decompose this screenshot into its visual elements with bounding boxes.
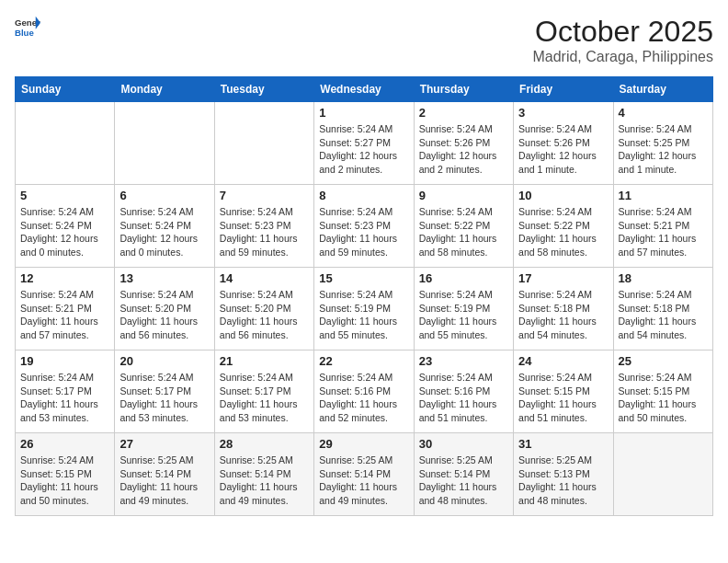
day-info: Sunrise: 5:24 AMSunset: 5:17 PMDaylight:…: [119, 371, 209, 425]
days-header-row: SundayMondayTuesdayWednesdayThursdayFrid…: [16, 77, 713, 102]
day-number: 6: [119, 189, 209, 202]
calendar-day-cell: 21Sunrise: 5:24 AMSunset: 5:17 PMDayligh…: [214, 350, 313, 433]
day-number: 23: [419, 354, 508, 368]
day-info: Sunrise: 5:24 AMSunset: 5:19 PMDaylight:…: [419, 288, 508, 342]
day-info: Sunrise: 5:24 AMSunset: 5:27 PMDaylight:…: [319, 122, 408, 177]
calendar-day-cell: 20Sunrise: 5:24 AMSunset: 5:17 PMDayligh…: [115, 350, 214, 433]
day-info: Sunrise: 5:24 AMSunset: 5:15 PMDaylight:…: [20, 454, 109, 508]
day-number: 5: [20, 189, 109, 202]
day-number: 11: [619, 189, 708, 202]
calendar-day-cell: [613, 433, 712, 516]
day-number: 2: [419, 106, 508, 120]
calendar-day-cell: 25Sunrise: 5:24 AMSunset: 5:15 PMDayligh…: [613, 350, 712, 433]
calendar-table: SundayMondayTuesdayWednesdayThursdayFrid…: [15, 76, 713, 516]
day-info: Sunrise: 5:24 AMSunset: 5:20 PMDaylight:…: [220, 288, 309, 342]
calendar-day-cell: 11Sunrise: 5:24 AMSunset: 5:21 PMDayligh…: [613, 185, 712, 268]
calendar-day-cell: 7Sunrise: 5:24 AMSunset: 5:23 PMDaylight…: [214, 185, 313, 268]
calendar-day-cell: 13Sunrise: 5:24 AMSunset: 5:20 PMDayligh…: [115, 268, 214, 350]
calendar-week-row: 1Sunrise: 5:24 AMSunset: 5:27 PMDaylight…: [16, 102, 713, 185]
svg-text:Blue: Blue: [15, 28, 34, 38]
calendar-day-cell: 19Sunrise: 5:24 AMSunset: 5:17 PMDayligh…: [16, 350, 115, 433]
day-number: 29: [319, 437, 408, 451]
day-number: 28: [220, 437, 309, 451]
calendar-day-cell: 16Sunrise: 5:24 AMSunset: 5:19 PMDayligh…: [414, 268, 513, 350]
day-of-week-header: Saturday: [613, 77, 712, 102]
month-title: October 2025: [532, 15, 713, 49]
calendar-day-cell: 3Sunrise: 5:24 AMSunset: 5:26 PMDaylight…: [514, 102, 613, 185]
logo: General Blue: [15, 15, 40, 40]
day-number: 30: [419, 437, 508, 451]
day-of-week-header: Thursday: [414, 77, 513, 102]
calendar-day-cell: [214, 102, 313, 185]
day-info: Sunrise: 5:25 AMSunset: 5:14 PMDaylight:…: [319, 454, 408, 508]
day-number: 13: [119, 271, 209, 285]
day-number: 31: [518, 437, 608, 451]
day-info: Sunrise: 5:25 AMSunset: 5:14 PMDaylight:…: [419, 454, 508, 508]
day-number: 19: [20, 354, 109, 368]
day-info: Sunrise: 5:24 AMSunset: 5:17 PMDaylight:…: [220, 371, 309, 425]
logo-icon: General Blue: [15, 15, 40, 40]
day-info: Sunrise: 5:24 AMSunset: 5:18 PMDaylight:…: [518, 288, 608, 342]
day-info: Sunrise: 5:24 AMSunset: 5:26 PMDaylight:…: [419, 122, 508, 177]
day-info: Sunrise: 5:25 AMSunset: 5:14 PMDaylight:…: [119, 454, 209, 508]
calendar-day-cell: 2Sunrise: 5:24 AMSunset: 5:26 PMDaylight…: [414, 102, 513, 185]
calendar-day-cell: 12Sunrise: 5:24 AMSunset: 5:21 PMDayligh…: [16, 268, 115, 350]
calendar-day-cell: 14Sunrise: 5:24 AMSunset: 5:20 PMDayligh…: [214, 268, 313, 350]
day-number: 15: [319, 271, 408, 285]
day-number: 14: [220, 271, 309, 285]
calendar-day-cell: 1Sunrise: 5:24 AMSunset: 5:27 PMDaylight…: [314, 102, 414, 185]
calendar-day-cell: 24Sunrise: 5:24 AMSunset: 5:15 PMDayligh…: [514, 350, 613, 433]
calendar-week-row: 5Sunrise: 5:24 AMSunset: 5:24 PMDaylight…: [16, 185, 713, 268]
calendar-day-cell: 4Sunrise: 5:24 AMSunset: 5:25 PMDaylight…: [613, 102, 712, 185]
day-number: 20: [119, 354, 209, 368]
calendar-week-row: 12Sunrise: 5:24 AMSunset: 5:21 PMDayligh…: [16, 268, 713, 350]
day-info: Sunrise: 5:24 AMSunset: 5:16 PMDaylight:…: [319, 371, 408, 425]
day-number: 1: [319, 106, 408, 120]
day-of-week-header: Monday: [115, 77, 214, 102]
day-info: Sunrise: 5:24 AMSunset: 5:24 PMDaylight:…: [20, 205, 109, 259]
day-number: 7: [220, 189, 309, 202]
day-info: Sunrise: 5:24 AMSunset: 5:15 PMDaylight:…: [619, 371, 708, 425]
day-info: Sunrise: 5:24 AMSunset: 5:22 PMDaylight:…: [419, 205, 508, 259]
day-info: Sunrise: 5:24 AMSunset: 5:25 PMDaylight:…: [619, 122, 708, 177]
day-info: Sunrise: 5:24 AMSunset: 5:22 PMDaylight:…: [518, 205, 608, 259]
calendar-day-cell: 23Sunrise: 5:24 AMSunset: 5:16 PMDayligh…: [414, 350, 513, 433]
calendar-body: 1Sunrise: 5:24 AMSunset: 5:27 PMDaylight…: [16, 102, 713, 516]
calendar-day-cell: 30Sunrise: 5:25 AMSunset: 5:14 PMDayligh…: [414, 433, 513, 516]
day-info: Sunrise: 5:24 AMSunset: 5:17 PMDaylight:…: [20, 371, 109, 425]
day-info: Sunrise: 5:25 AMSunset: 5:14 PMDaylight:…: [220, 454, 309, 508]
day-info: Sunrise: 5:24 AMSunset: 5:16 PMDaylight:…: [419, 371, 508, 425]
calendar-day-cell: 28Sunrise: 5:25 AMSunset: 5:14 PMDayligh…: [214, 433, 313, 516]
day-info: Sunrise: 5:24 AMSunset: 5:20 PMDaylight:…: [119, 288, 209, 342]
location-title: Madrid, Caraga, Philippines: [532, 49, 713, 65]
day-number: 3: [518, 106, 608, 120]
day-number: 17: [518, 271, 608, 285]
day-info: Sunrise: 5:24 AMSunset: 5:19 PMDaylight:…: [319, 288, 408, 342]
calendar-day-cell: 5Sunrise: 5:24 AMSunset: 5:24 PMDaylight…: [16, 185, 115, 268]
day-of-week-header: Wednesday: [314, 77, 414, 102]
day-number: 21: [220, 354, 309, 368]
day-number: 24: [518, 354, 608, 368]
day-of-week-header: Friday: [514, 77, 613, 102]
calendar-day-cell: 27Sunrise: 5:25 AMSunset: 5:14 PMDayligh…: [115, 433, 214, 516]
title-area: October 2025 Madrid, Caraga, Philippines: [532, 15, 713, 65]
day-info: Sunrise: 5:24 AMSunset: 5:18 PMDaylight:…: [619, 288, 708, 342]
day-info: Sunrise: 5:24 AMSunset: 5:23 PMDaylight:…: [319, 205, 408, 259]
day-of-week-header: Sunday: [16, 77, 115, 102]
header: General Blue October 2025 Madrid, Caraga…: [15, 15, 713, 65]
day-info: Sunrise: 5:24 AMSunset: 5:21 PMDaylight:…: [20, 288, 109, 342]
calendar-week-row: 19Sunrise: 5:24 AMSunset: 5:17 PMDayligh…: [16, 350, 713, 433]
calendar-day-cell: 22Sunrise: 5:24 AMSunset: 5:16 PMDayligh…: [314, 350, 414, 433]
day-number: 22: [319, 354, 408, 368]
day-number: 18: [619, 271, 708, 285]
day-number: 9: [419, 189, 508, 202]
day-number: 25: [619, 354, 708, 368]
day-number: 8: [319, 189, 408, 202]
calendar-day-cell: [115, 102, 214, 185]
day-info: Sunrise: 5:24 AMSunset: 5:26 PMDaylight:…: [518, 122, 608, 177]
day-number: 4: [619, 106, 708, 120]
day-info: Sunrise: 5:24 AMSunset: 5:21 PMDaylight:…: [619, 205, 708, 259]
day-info: Sunrise: 5:25 AMSunset: 5:13 PMDaylight:…: [518, 454, 608, 508]
calendar-day-cell: 26Sunrise: 5:24 AMSunset: 5:15 PMDayligh…: [16, 433, 115, 516]
day-number: 26: [20, 437, 109, 451]
